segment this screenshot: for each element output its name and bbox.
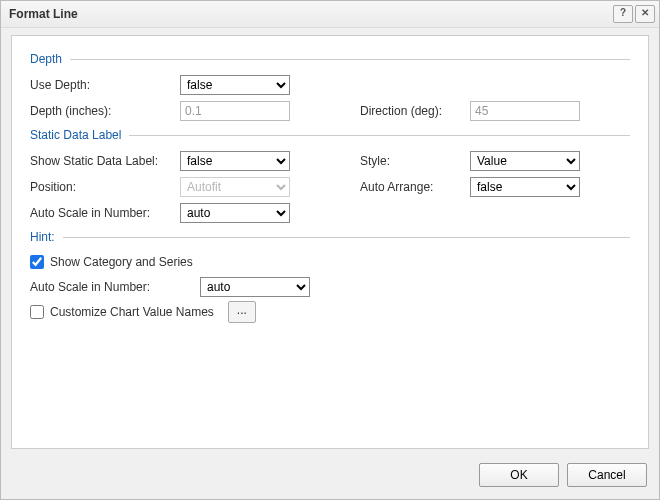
divider xyxy=(63,237,630,238)
position-label: Position: xyxy=(30,180,180,194)
customize-names-button[interactable]: ... xyxy=(228,301,256,323)
hint-auto-scale-select[interactable]: auto xyxy=(200,277,310,297)
static-auto-scale-label: Auto Scale in Number: xyxy=(30,206,180,220)
section-title-static: Static Data Label xyxy=(30,128,121,142)
auto-arrange-select[interactable]: false xyxy=(470,177,580,197)
show-category-series-checkbox[interactable] xyxy=(30,255,44,269)
ok-button[interactable]: OK xyxy=(479,463,559,487)
direction-input[interactable] xyxy=(470,101,580,121)
help-button[interactable]: ? xyxy=(613,5,633,23)
dialog-content: Depth Use Depth: false Depth (inches): D… xyxy=(11,35,649,449)
style-select[interactable]: Value xyxy=(470,151,580,171)
section-header-static: Static Data Label xyxy=(30,128,630,142)
customize-names-label: Customize Chart Value Names xyxy=(50,305,214,319)
show-static-select[interactable]: false xyxy=(180,151,290,171)
direction-label: Direction (deg): xyxy=(360,104,470,118)
section-header-depth: Depth xyxy=(30,52,630,66)
use-depth-label: Use Depth: xyxy=(30,78,180,92)
section-title-depth: Depth xyxy=(30,52,62,66)
style-label: Style: xyxy=(360,154,470,168)
auto-arrange-label: Auto Arrange: xyxy=(360,180,470,194)
divider xyxy=(70,59,630,60)
hint-auto-scale-label: Auto Scale in Number: xyxy=(30,280,200,294)
depth-inches-input[interactable] xyxy=(180,101,290,121)
position-select[interactable]: Autofit xyxy=(180,177,290,197)
customize-names-checkbox[interactable] xyxy=(30,305,44,319)
show-category-series-label: Show Category and Series xyxy=(50,255,193,269)
section-title-hint: Hint: xyxy=(30,230,55,244)
dialog-window: Format Line ? ✕ Depth Use Depth: false D… xyxy=(0,0,660,500)
depth-inches-label: Depth (inches): xyxy=(30,104,180,118)
cancel-button[interactable]: Cancel xyxy=(567,463,647,487)
static-auto-scale-select[interactable]: auto xyxy=(180,203,290,223)
close-button[interactable]: ✕ xyxy=(635,5,655,23)
divider xyxy=(129,135,630,136)
use-depth-select[interactable]: false xyxy=(180,75,290,95)
section-header-hint: Hint: xyxy=(30,230,630,244)
show-static-label: Show Static Data Label: xyxy=(30,154,180,168)
dialog-title: Format Line xyxy=(9,7,78,21)
dialog-buttons: OK Cancel xyxy=(479,463,647,487)
titlebar: Format Line ? ✕ xyxy=(1,1,659,28)
